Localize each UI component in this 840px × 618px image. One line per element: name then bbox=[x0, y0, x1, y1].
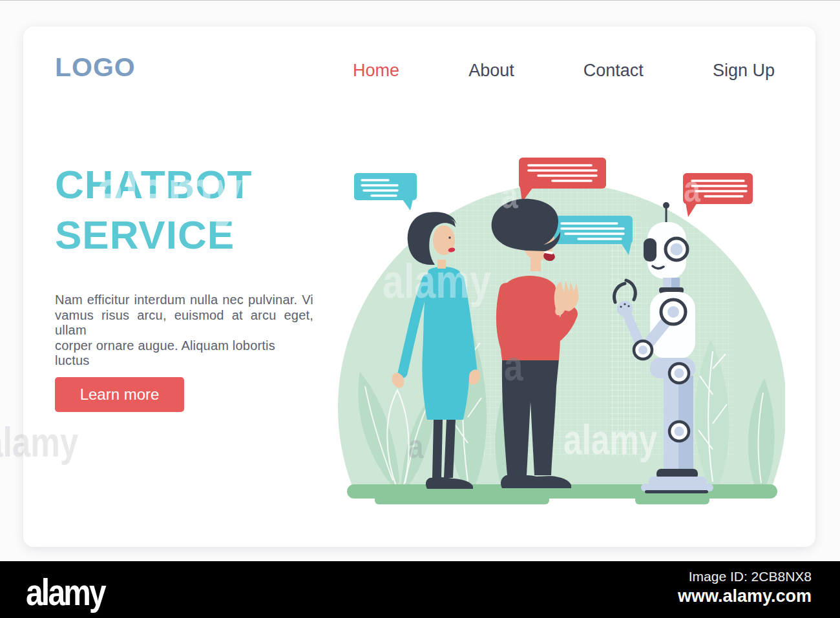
page-title: CHATBOT SERVICE bbox=[55, 160, 252, 260]
screen: LOGO Home About Contact Sign Up CHATBOT … bbox=[0, 0, 840, 618]
speech-bubble-teal-1 bbox=[354, 173, 417, 211]
learn-more-button[interactable]: Learn more bbox=[55, 377, 184, 412]
page-title-line1: CHATBOT bbox=[55, 160, 252, 210]
hero-paragraph-line: corper ornare augue. Aliquam lobortis lu… bbox=[55, 338, 313, 369]
nav-item-about[interactable]: About bbox=[468, 61, 514, 81]
nav-item-signup[interactable]: Sign Up bbox=[713, 61, 775, 81]
page-title-line2: SERVICE bbox=[55, 210, 252, 260]
image-id-text: Image ID: 2CB8NX8 bbox=[678, 569, 812, 584]
hero-paragraph-line: Nam efficitur interdum nulla nec pulvina… bbox=[55, 293, 313, 308]
hero-paragraph: Nam efficitur interdum nulla nec pulvina… bbox=[55, 293, 313, 369]
alamy-logo: alamy bbox=[26, 570, 105, 613]
nav-item-contact[interactable]: Contact bbox=[583, 61, 644, 81]
chatbot-illustration bbox=[333, 146, 785, 508]
main-nav: Home About Contact Sign Up bbox=[353, 61, 775, 81]
landing-page-card: LOGO Home About Contact Sign Up CHATBOT … bbox=[23, 26, 815, 547]
alamy-url-text: www.alamy.com bbox=[678, 586, 812, 606]
alamy-watermark-bar: alamy Image ID: 2CB8NX8 www.alamy.com bbox=[0, 561, 840, 618]
speech-bubble-red-2 bbox=[683, 173, 753, 217]
hero-paragraph-line: vamus risus arcu, euismod at arcu eget, … bbox=[55, 308, 313, 338]
nav-item-home[interactable]: Home bbox=[353, 61, 399, 81]
alamy-info: Image ID: 2CB8NX8 www.alamy.com bbox=[678, 569, 812, 606]
site-logo: LOGO bbox=[55, 52, 136, 83]
